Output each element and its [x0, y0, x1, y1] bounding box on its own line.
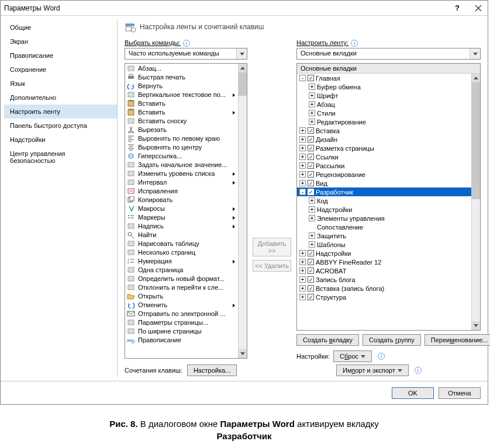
tree-item[interactable]: +Редактирование: [297, 117, 471, 126]
plus-icon[interactable]: +: [309, 92, 315, 99]
plus-icon[interactable]: +: [309, 232, 315, 239]
plus-icon[interactable]: +: [299, 136, 306, 143]
tree-item[interactable]: -Разработчик: [297, 187, 471, 196]
add-button[interactable]: Добавить >>: [253, 238, 291, 256]
sidebar-item[interactable]: Язык: [4, 77, 117, 91]
new-group-button[interactable]: Создать группу: [363, 334, 421, 346]
command-item[interactable]: Выровнять по центру: [125, 143, 238, 151]
plus-icon[interactable]: +: [309, 241, 315, 248]
scrollbar[interactable]: [471, 74, 480, 330]
tree-item[interactable]: +Буфер обмена: [297, 82, 471, 91]
tree-item[interactable]: +Структура: [297, 293, 471, 301]
plus-icon[interactable]: +: [299, 259, 306, 265]
tree-item[interactable]: +Надстройки: [297, 249, 471, 258]
command-item[interactable]: Гиперссылка...: [125, 151, 238, 160]
info-icon[interactable]: i: [378, 353, 385, 360]
command-item[interactable]: По ширине страницы: [125, 327, 238, 335]
plus-icon[interactable]: +: [309, 119, 315, 125]
sidebar-item[interactable]: Панель быстрого доступа: [4, 119, 117, 133]
scroll-thumb[interactable]: [472, 82, 480, 199]
command-item[interactable]: Надпись: [125, 221, 238, 230]
tree-item[interactable]: +Разметка страницы: [297, 144, 471, 152]
plus-icon[interactable]: +: [299, 268, 306, 274]
command-item[interactable]: Вставить: [125, 99, 238, 107]
tree-item[interactable]: +Вставка: [297, 126, 471, 135]
checkbox[interactable]: [308, 75, 314, 81]
tree-item[interactable]: +Код: [297, 196, 471, 205]
command-item[interactable]: Быстрая печать: [125, 72, 238, 81]
import-export-button[interactable]: Импорт и экспорт: [336, 364, 409, 376]
info-icon[interactable]: i: [415, 367, 422, 374]
command-item[interactable]: Изменить уровень списка: [125, 169, 238, 178]
minus-icon[interactable]: -: [299, 189, 306, 195]
checkbox[interactable]: [308, 127, 314, 134]
customize-shortcuts-button[interactable]: Настройка...: [187, 364, 237, 376]
info-icon[interactable]: i: [351, 40, 358, 47]
checkbox[interactable]: [308, 154, 314, 160]
plus-icon[interactable]: +: [299, 171, 306, 178]
command-item[interactable]: авсПравописание: [125, 335, 238, 344]
sidebar-item[interactable]: Надстройки: [4, 133, 117, 147]
checkbox[interactable]: [308, 294, 314, 300]
tree-item[interactable]: +Вставка (запись блога): [297, 284, 471, 293]
commands-listbox[interactable]: Абзац...Быстрая печатьВернутьВертикально…: [125, 63, 247, 359]
plus-icon[interactable]: +: [299, 127, 306, 134]
command-item[interactable]: Маркеры: [125, 213, 238, 221]
sidebar-item[interactable]: Общие: [4, 20, 117, 34]
command-item[interactable]: Несколько страниц: [125, 248, 238, 256]
tree-item[interactable]: +ABBYY FineReader 12: [297, 258, 471, 266]
plus-icon[interactable]: +: [309, 197, 315, 204]
scroll-up-icon[interactable]: [239, 64, 247, 72]
tree-item[interactable]: +Надстройки: [297, 205, 471, 214]
info-icon[interactable]: i: [183, 40, 190, 47]
sidebar-item[interactable]: Настроить ленту: [4, 105, 117, 119]
scroll-thumb[interactable]: [239, 72, 247, 96]
command-item[interactable]: Копировать: [125, 195, 238, 204]
tree-item[interactable]: +Абзац: [297, 100, 471, 109]
sidebar-item[interactable]: Экран: [4, 34, 117, 48]
tree-item[interactable]: +Вид: [297, 179, 471, 187]
command-item[interactable]: Задать начальное значение...: [125, 160, 238, 169]
plus-icon[interactable]: +: [299, 250, 306, 256]
command-item[interactable]: Вертикальное текстовое по...: [125, 90, 238, 99]
plus-icon[interactable]: +: [309, 110, 315, 116]
sidebar-item[interactable]: Дополнительно: [4, 91, 117, 105]
plus-icon[interactable]: +: [299, 294, 306, 300]
reset-button[interactable]: Сброс: [333, 350, 372, 362]
checkbox[interactable]: [308, 171, 314, 178]
tree-item[interactable]: +Стили: [297, 109, 471, 117]
checkbox[interactable]: [308, 250, 314, 256]
command-item[interactable]: Параметры страницы...: [125, 318, 238, 327]
plus-icon[interactable]: +: [299, 276, 306, 283]
plus-icon[interactable]: +: [309, 206, 315, 213]
cancel-button[interactable]: Отмена: [439, 387, 481, 399]
sidebar-item[interactable]: Правописание: [4, 48, 117, 62]
tree-item[interactable]: +Шаблоны: [297, 240, 471, 249]
plus-icon[interactable]: +: [299, 145, 306, 151]
command-item[interactable]: Вернуть: [125, 81, 238, 90]
plus-icon[interactable]: +: [299, 285, 306, 291]
customize-ribbon-combo[interactable]: Основные вкладки: [296, 48, 481, 60]
command-item[interactable]: Вставить сноску: [125, 116, 238, 125]
rename-button[interactable]: Переименование...: [425, 334, 490, 346]
tree-item[interactable]: -Главная: [297, 74, 471, 82]
command-item[interactable]: Открыть: [125, 291, 238, 300]
command-item[interactable]: Отменить: [125, 300, 238, 309]
command-item[interactable]: Отправить по электронной ...: [125, 309, 238, 318]
command-item[interactable]: 12Нумерация: [125, 256, 238, 265]
sidebar-item[interactable]: Центр управления безопасностью: [4, 147, 117, 168]
tree-item[interactable]: +Запись блога: [297, 275, 471, 284]
scroll-down-icon[interactable]: [239, 349, 247, 358]
command-item[interactable]: Отклонить и перейти к сле...: [125, 283, 238, 291]
command-item[interactable]: Вырезать: [125, 125, 238, 134]
sidebar-item[interactable]: Сохранение: [4, 62, 117, 77]
tree-item[interactable]: +Дизайн: [297, 135, 471, 144]
command-item[interactable]: Макросы: [125, 204, 238, 213]
ribbon-tree[interactable]: Основные вкладки -Главная+Буфер обмена+Ш…: [296, 63, 481, 331]
checkbox[interactable]: [308, 276, 314, 283]
command-item[interactable]: Исправления: [125, 186, 238, 195]
checkbox[interactable]: [308, 162, 314, 169]
tree-item[interactable]: +ACROBAT: [297, 266, 471, 275]
command-item[interactable]: Интервал: [125, 178, 238, 186]
command-item[interactable]: Нарисовать таблицу: [125, 239, 238, 248]
